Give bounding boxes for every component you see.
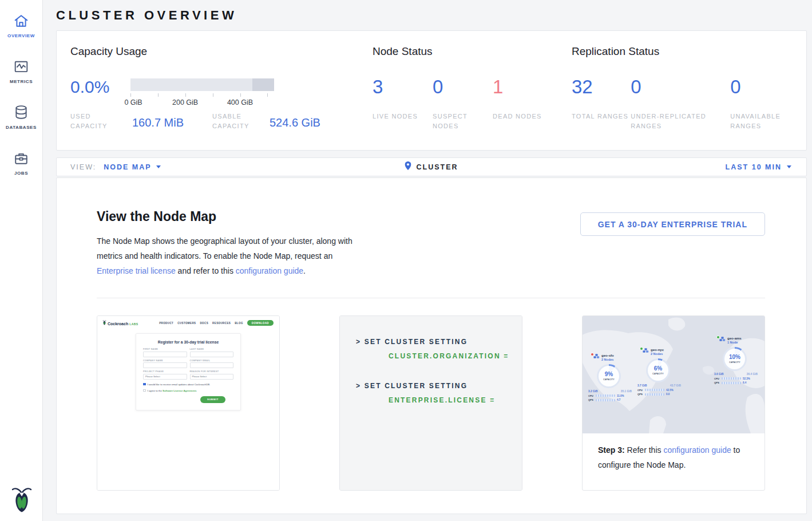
gauge-ticks [130,93,274,97]
mini-submit-button: SUBMIT [200,396,225,403]
under-replicated-label: UNDER-REPLICATED RANGES [631,112,730,131]
usable-capacity-label: USABLE CAPACITY [212,112,264,131]
chevron-down-icon [787,165,791,168]
time-range-value: LAST 10 MIN [726,163,782,171]
sidebar-item-metrics[interactable]: METRICS [0,54,42,100]
mini-register-form: Register for a 30-day trial license FIRS… [136,333,241,411]
mini-nav-item: PRODUCT [159,322,173,325]
databases-icon [14,104,29,121]
configuration-guide-link[interactable]: configuration guide [236,266,303,275]
mini-form-title: Register for a 30-day trial license [143,340,233,344]
node-map-promo: View the Node Map The Node Map shows the… [57,178,806,278]
suspect-nodes-value: 0 [433,77,493,97]
capacity-gauge-row: 0.0% 0 GiB 200 GiB 400 [70,77,368,107]
locality-total-gib: 43.7 GiB [670,384,681,387]
gauge-segment-reserved [252,78,274,91]
steps-row: Cockroach LABS PRODUCT CUSTOMERS DOCS RE… [97,315,765,491]
sql-setting: CLUSTER.ORGANIZATION = [389,352,522,360]
mini-site-nav-links: PRODUCT CUSTOMERS DOCS RESOURCES BLOG DO… [159,320,274,326]
view-value: NODE MAP [104,163,151,171]
gauge-tick-label: 400 GiB [227,98,253,106]
under-replicated-metric: 0 UNDER-REPLICATED RANGES [631,77,730,131]
sidebar-item-overview[interactable]: OVERVIEW [0,8,42,54]
main-content: CLUSTER OVERVIEW Capacity Usage 0.0% [43,0,812,521]
used-capacity-label: USED CAPACITY [70,112,122,131]
capacity-gauge-bar [130,78,274,91]
usable-capacity-value: 524.6 GiB [270,116,320,129]
mini-field-label: PROJECT PHASE [143,370,187,373]
step2-card: > SET CLUSTER SETTING CLUSTER.ORGANIZATI… [339,315,522,491]
live-nodes-metric: 3 LIVE NODES [373,77,433,131]
capacity-usage-title: Capacity Usage [70,45,368,58]
enterprise-trial-license-link[interactable]: Enterprise trial license [97,266,176,275]
gauge-tick-label: 0 GiB [124,98,142,106]
sql-setting: ENTERPRISE.LICENSE = [389,396,522,404]
step1-website-screenshot: Cockroach LABS PRODUCT CUSTOMERS DOCS RE… [97,316,279,490]
mini-site-brand: Cockroach [108,322,128,326]
sql-prompt: > SET CLUSTER SETTING [356,382,522,390]
promo-desc-text: and refer to this [176,266,236,275]
sidebar-item-label: JOBS [14,171,28,176]
locality-capacity-label: CAPACITY [729,361,740,364]
capacity-percent: 0.0% [70,77,112,107]
capacity-donut: 6% CAPACITY [646,358,670,382]
sidebar-item-label: METRICS [10,79,33,84]
sidebar-item-label: OVERVIEW [7,33,35,38]
locality-capacity-percent: 10% [729,354,740,360]
node-status-title: Node Status [373,45,567,58]
mini-nav-item: CUSTOMERS [177,322,196,325]
step2-sql-snippet: > SET CLUSTER SETTING CLUSTER.ORGANIZATI… [340,316,522,490]
locality-capacity-percent: 6% [654,366,662,372]
mini-checkbox-row: I agree to the Software License Agreemen… [143,389,233,392]
qps-bar [645,393,664,396]
enterprise-trial-button[interactable]: GET A 30-DAY ENTERPRISE TRIAL [580,212,765,236]
metrics-icon [14,58,29,76]
locality-name: geo-sfo [601,354,614,358]
mini-checkbox-checked [143,383,146,386]
mini-site-nav: Cockroach LABS PRODUCT CUSTOMERS DOCS RE… [97,316,279,326]
locality-node-count: 1 Node [727,341,742,344]
sidebar: OVERVIEW METRICS DATABAS [0,0,43,521]
capacity-donut: 10% CAPACITY [723,347,747,371]
configuration-guide-link[interactable]: configuration guide [663,445,731,455]
step3-label: Step 3: [598,445,625,455]
live-nodes-label: LIVE NODES [373,112,433,121]
mini-field-select: Please Select [143,374,187,380]
locality-total-gib: 35.1 GiB [621,390,632,393]
map-locality-sfo: geo-sfo 2 Nodes 9% CAPACITY [588,354,641,401]
cpu-bar [722,377,741,380]
chevron-down-icon [156,165,161,168]
step1-caption: Step 1: Get a trial license delivered st… [97,490,279,491]
locality-capacity-percent: 9% [605,372,613,377]
node-cubes-icon [643,348,649,353]
status-dot-live-icon [716,336,720,339]
suspect-nodes-metric: 0 SUSPECT NODES [433,77,493,131]
mini-field-label: REASON FOR INTEREST [190,370,234,373]
sidebar-item-databases[interactable]: DATABASES [0,100,42,145]
cluster-summary-panel: Capacity Usage 0.0% 0 GiB [56,30,807,151]
view-selector-dropdown[interactable]: VIEW: NODE MAP [57,163,161,171]
qps-bar [596,399,615,401]
mini-field-label: COMPANY NAME [143,360,187,362]
locality-node-count: 2 Nodes [651,352,664,356]
sql-command-block: > SET CLUSTER SETTING ENTERPRISE.LICENSE… [356,382,522,404]
cpu-bar [596,394,615,397]
status-dot-dead-icon [591,353,594,356]
mini-field-input [190,362,234,368]
step3-node-map-preview: geo-sfo 2 Nodes 9% CAPACITY [583,316,765,433]
locality-used-gib: 3.6 GiB [714,373,724,376]
home-icon [14,13,29,30]
sidebar-item-jobs[interactable]: JOBS [0,145,42,191]
time-range-dropdown[interactable]: LAST 10 MIN [726,163,806,171]
mini-nav-item: RESOURCES [212,322,231,325]
sql-command-block: > SET CLUSTER SETTING CLUSTER.ORGANIZATI… [356,338,522,360]
cluster-breadcrumb[interactable]: CLUSTER [405,161,458,172]
total-ranges-value: 32 [572,77,631,97]
mini-checkbox-label: I agree to the Software License Agreemen… [148,389,197,392]
replication-status-section: Replication Status 32 TOTAL RANGES 0 UND… [572,45,803,131]
total-ranges-label: TOTAL RANGES [572,112,631,121]
used-capacity-value: 160.7 MiB [132,116,184,129]
gauge-tick-labels: 0 GiB 200 GiB 400 GiB [130,98,274,107]
mini-field-input [143,362,187,368]
unavailable-ranges-metric: 0 UNAVAILABLE RANGES [730,77,803,131]
